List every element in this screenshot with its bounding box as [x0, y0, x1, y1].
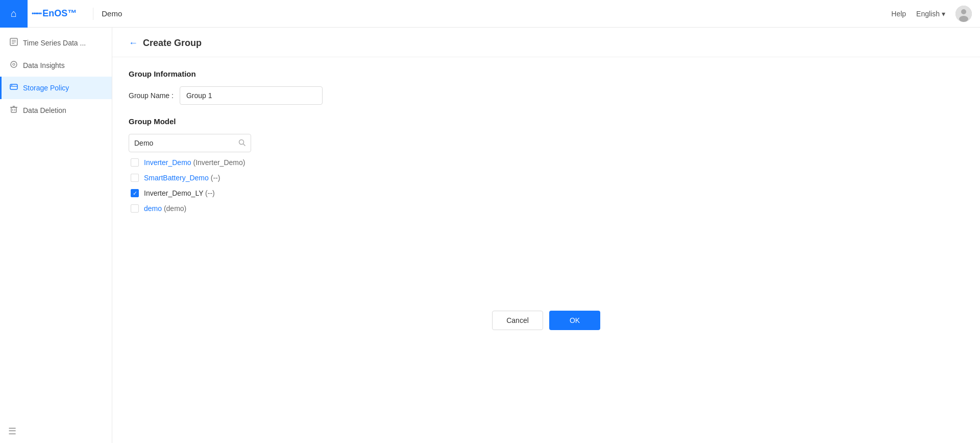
home-icon: ⌂ — [11, 8, 17, 19]
storage-policy-icon — [10, 83, 18, 93]
form-content: Group Information Group Name : Group Mod… — [112, 57, 980, 359]
avatar-icon — [955, 6, 972, 22]
ok-button[interactable]: OK — [549, 311, 600, 330]
sidebar: Time Series Data ... Data Insights Stora… — [0, 28, 112, 443]
sidebar-label-data-deletion: Data Deletion — [23, 106, 66, 114]
sidebar-collapse-button[interactable]: ☰ — [0, 419, 112, 443]
svg-point-11 — [11, 85, 12, 86]
group-model-title: Group Model — [129, 117, 964, 126]
group-info-title: Group Information — [129, 69, 964, 78]
main-content: ← Create Group Group Information Group N… — [112, 28, 980, 443]
sidebar-collapse-icon: ☰ — [8, 426, 16, 436]
group-name-input[interactable] — [180, 86, 323, 105]
back-button[interactable]: ← — [129, 38, 138, 49]
svg-point-1 — [961, 9, 966, 14]
home-button[interactable]: ⌂ — [0, 0, 28, 28]
language-label: English — [916, 10, 940, 18]
svg-point-2 — [959, 16, 968, 22]
data-deletion-icon — [10, 105, 18, 115]
model-search-box[interactable] — [129, 134, 251, 152]
group-info-section: Group Information Group Name : — [129, 69, 964, 105]
cancel-button[interactable]: Cancel — [492, 311, 543, 330]
data-insights-icon — [10, 60, 18, 71]
sidebar-item-data-deletion[interactable]: Data Deletion — [0, 99, 112, 122]
app-layout: Time Series Data ... Data Insights Stora… — [0, 0, 980, 443]
sidebar-label-time-series: Time Series Data ... — [23, 39, 86, 47]
svg-rect-12 — [11, 107, 16, 112]
logo-dots: •••••• — [32, 10, 41, 17]
user-avatar[interactable] — [955, 6, 972, 22]
sidebar-item-data-insights[interactable]: Data Insights — [0, 54, 112, 77]
time-series-icon — [10, 38, 18, 48]
sidebar-label-data-insights: Data Insights — [23, 61, 65, 69]
nav-right-area: Help English ▾ — [891, 6, 972, 22]
checkbox-label-inverter-demo-ly: Inverter_Demo_LY (--) — [144, 189, 215, 197]
list-item[interactable]: Inverter_Demo (Inverter_Demo) — [131, 158, 964, 167]
checkbox-inverter-demo[interactable] — [131, 158, 139, 167]
checkbox-smartbattery-demo[interactable] — [131, 174, 139, 182]
model-checkbox-list: Inverter_Demo (Inverter_Demo) SmartBatte… — [129, 158, 964, 213]
sidebar-label-storage-policy: Storage Policy — [23, 84, 69, 92]
checkbox-demo[interactable] — [131, 204, 139, 213]
checkbox-label-smartbattery-demo: SmartBattery_Demo (--) — [144, 174, 220, 182]
logo-text: EnOS™ — [42, 8, 77, 19]
list-item[interactable]: ✓ Inverter_Demo_LY (--) — [131, 189, 964, 197]
checkmark-icon: ✓ — [133, 190, 137, 197]
checkbox-label-inverter-demo: Inverter_Demo (Inverter_Demo) — [144, 158, 245, 167]
search-icon — [238, 139, 246, 148]
group-model-section: Group Model Inverter_Demo — [129, 117, 964, 213]
model-search-input[interactable] — [134, 139, 238, 147]
group-name-label: Group Name : — [129, 91, 174, 100]
svg-rect-9 — [10, 84, 17, 89]
sidebar-item-storage-policy[interactable]: Storage Policy — [0, 77, 112, 99]
app-name: Demo — [102, 9, 122, 18]
list-item[interactable]: demo (demo) — [131, 204, 964, 213]
svg-point-8 — [13, 63, 15, 65]
footer-buttons: Cancel OK — [129, 294, 964, 346]
checkbox-inverter-demo-ly[interactable]: ✓ — [131, 189, 139, 197]
list-item[interactable]: SmartBattery_Demo (--) — [131, 174, 964, 182]
lang-dropdown-icon: ▾ — [942, 10, 945, 18]
group-name-row: Group Name : — [129, 86, 964, 105]
page-header: ← Create Group — [112, 28, 980, 57]
top-navigation: ⌂ •••••• EnOS™ Demo Help English ▾ — [0, 0, 980, 28]
nav-divider — [93, 8, 93, 20]
help-link[interactable]: Help — [891, 10, 906, 18]
logo: •••••• EnOS™ — [32, 8, 77, 19]
page-title: Create Group — [143, 38, 202, 49]
language-selector[interactable]: English ▾ — [916, 10, 945, 18]
checkbox-label-demo: demo (demo) — [144, 204, 186, 213]
sidebar-item-time-series[interactable]: Time Series Data ... — [0, 32, 112, 54]
svg-line-18 — [243, 144, 246, 146]
svg-point-7 — [11, 61, 17, 67]
